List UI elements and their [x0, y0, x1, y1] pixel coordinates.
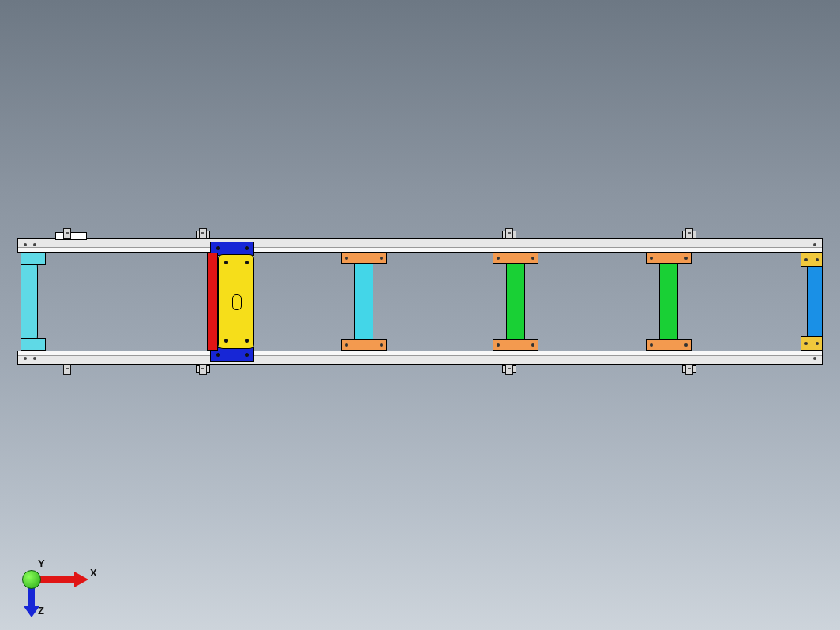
hole — [33, 357, 36, 360]
axis-label-x: X — [90, 567, 97, 579]
axis-z — [28, 586, 35, 608]
cad-viewport[interactable]: X Y Z — [0, 0, 840, 630]
crossmember-web-cyan — [354, 264, 373, 339]
axis-z-arrow — [24, 606, 39, 617]
axis-triad[interactable]: X Y Z — [14, 540, 109, 611]
axis-x — [38, 576, 74, 583]
hole — [24, 357, 27, 360]
fastener — [224, 261, 228, 264]
rail-top — [17, 238, 823, 253]
bolt — [199, 228, 207, 239]
axis-origin — [22, 570, 41, 589]
flange — [493, 253, 538, 264]
axis-label-y: Y — [38, 557, 45, 569]
flange — [341, 339, 387, 351]
flange — [646, 339, 692, 351]
corner-bracket — [801, 336, 823, 351]
bolt — [685, 364, 693, 375]
bolt — [685, 228, 693, 239]
fastener — [245, 339, 249, 343]
axis-x-arrow — [74, 572, 88, 587]
bolt — [505, 228, 513, 239]
fastener — [216, 353, 220, 357]
hole — [33, 243, 36, 246]
crossmember-end-left — [21, 253, 38, 351]
fastener — [245, 261, 249, 264]
crossmember-web-green — [659, 264, 678, 339]
stopper-block — [55, 232, 87, 240]
bolt — [505, 364, 513, 375]
crossmember-web-green — [506, 264, 525, 339]
hole — [813, 357, 816, 360]
flange — [493, 339, 538, 351]
bolt — [199, 364, 207, 375]
fastener — [224, 339, 228, 343]
flange — [646, 253, 692, 264]
flange — [341, 253, 387, 264]
assembly-red-side — [207, 253, 218, 351]
crossmember-assembly — [207, 242, 254, 362]
fastener — [216, 246, 220, 250]
bolt — [63, 228, 71, 239]
assembly-yellow-body — [218, 254, 254, 349]
bolt — [63, 364, 71, 375]
hole — [24, 243, 27, 246]
fastener — [245, 353, 249, 357]
fastener — [245, 246, 249, 250]
rail-bottom — [17, 351, 823, 365]
axis-label-z: Z — [38, 605, 44, 617]
corner-bracket — [801, 253, 823, 267]
hole — [813, 243, 816, 246]
